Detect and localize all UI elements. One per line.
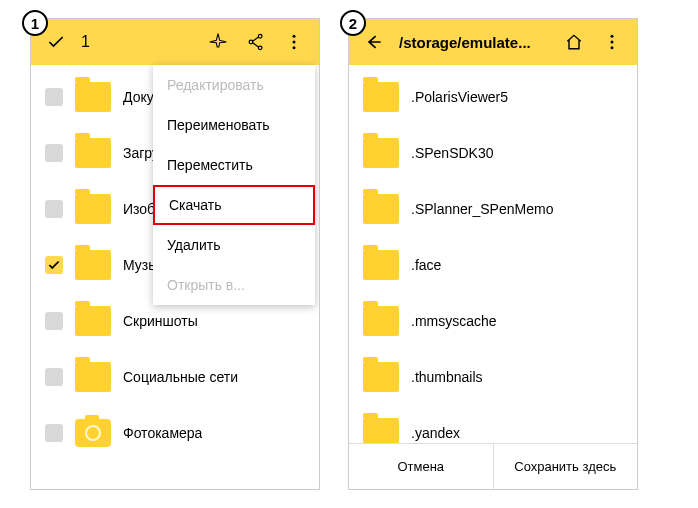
folder-icon xyxy=(363,306,399,336)
file-row[interactable]: .PolarisViewer5 xyxy=(349,69,637,125)
menu-open-in: Открыть в... xyxy=(153,265,315,305)
svg-point-0 xyxy=(258,34,262,38)
file-name: .SPenSDK30 xyxy=(411,145,494,161)
file-name: .mmsyscache xyxy=(411,313,497,329)
screen-selection: 1 ДокументыЗагрузкиИзображенияМузыкаСкри… xyxy=(30,18,320,490)
svg-point-7 xyxy=(611,41,614,44)
menu-rename[interactable]: Переименовать xyxy=(153,105,315,145)
file-name: .thumbnails xyxy=(411,369,483,385)
folder-icon xyxy=(363,194,399,224)
more-icon[interactable] xyxy=(277,25,311,59)
folder-icon xyxy=(363,82,399,112)
bottom-bar: Отмена Сохранить здесь xyxy=(349,443,637,489)
file-name: Социальные сети xyxy=(123,369,238,385)
context-menu: Редактировать Переименовать Переместить … xyxy=(153,65,315,305)
folder-icon xyxy=(75,362,111,392)
camera-icon xyxy=(75,419,111,447)
screen-save-location: /storage/emulate... .PolarisViewer5.SPen… xyxy=(348,18,638,490)
file-row[interactable]: .SPlanner_SPenMemo xyxy=(349,181,637,237)
folder-icon xyxy=(363,418,399,443)
checkbox[interactable] xyxy=(45,200,63,218)
file-row[interactable]: .thumbnails xyxy=(349,349,637,405)
folder-icon xyxy=(363,250,399,280)
topbar-path: /storage/emulate... xyxy=(349,19,637,65)
file-list: .PolarisViewer5.SPenSDK30.SPlanner_SPenM… xyxy=(349,65,637,443)
file-name: .face xyxy=(411,257,441,273)
svg-point-8 xyxy=(611,46,614,49)
svg-point-2 xyxy=(258,46,262,50)
menu-move[interactable]: Переместить xyxy=(153,145,315,185)
home-icon[interactable] xyxy=(557,25,591,59)
menu-delete[interactable]: Удалить xyxy=(153,225,315,265)
folder-icon xyxy=(363,138,399,168)
selection-count: 1 xyxy=(81,33,90,51)
file-row[interactable]: .SPenSDK30 xyxy=(349,125,637,181)
topbar-selection: 1 xyxy=(31,19,319,65)
checkbox[interactable] xyxy=(45,368,63,386)
svg-point-6 xyxy=(611,35,614,38)
checkbox[interactable] xyxy=(45,312,63,330)
save-here-button[interactable]: Сохранить здесь xyxy=(494,444,638,489)
checkbox[interactable] xyxy=(45,88,63,106)
checkbox[interactable] xyxy=(45,144,63,162)
folder-icon xyxy=(75,82,111,112)
cancel-button[interactable]: Отмена xyxy=(349,444,494,489)
more-icon[interactable] xyxy=(595,25,629,59)
step-badge-1: 1 xyxy=(22,10,48,36)
svg-point-5 xyxy=(293,46,296,49)
file-row[interactable]: Социальные сети xyxy=(31,349,319,405)
folder-icon xyxy=(75,250,111,280)
file-name: Скриншоты xyxy=(123,313,198,329)
file-name: .SPlanner_SPenMemo xyxy=(411,201,553,217)
step-badge-2: 2 xyxy=(340,10,366,36)
menu-download[interactable]: Скачать xyxy=(153,185,315,225)
file-name: .yandex xyxy=(411,425,460,441)
svg-point-4 xyxy=(293,41,296,44)
folder-icon xyxy=(363,362,399,392)
file-name: Фотокамера xyxy=(123,425,202,441)
file-row[interactable]: Фотокамера xyxy=(31,405,319,461)
file-row[interactable]: .face xyxy=(349,237,637,293)
file-name: .PolarisViewer5 xyxy=(411,89,508,105)
path-text: /storage/emulate... xyxy=(399,34,549,51)
file-row[interactable]: .mmsyscache xyxy=(349,293,637,349)
menu-edit: Редактировать xyxy=(153,65,315,105)
checkbox[interactable] xyxy=(45,424,63,442)
svg-point-1 xyxy=(249,40,253,44)
folder-icon xyxy=(75,138,111,168)
svg-point-3 xyxy=(293,35,296,38)
folder-icon xyxy=(75,306,111,336)
checkbox[interactable] xyxy=(45,256,63,274)
plane-icon[interactable] xyxy=(201,25,235,59)
file-row[interactable]: .yandex xyxy=(349,405,637,443)
share-icon[interactable] xyxy=(239,25,273,59)
folder-icon xyxy=(75,194,111,224)
